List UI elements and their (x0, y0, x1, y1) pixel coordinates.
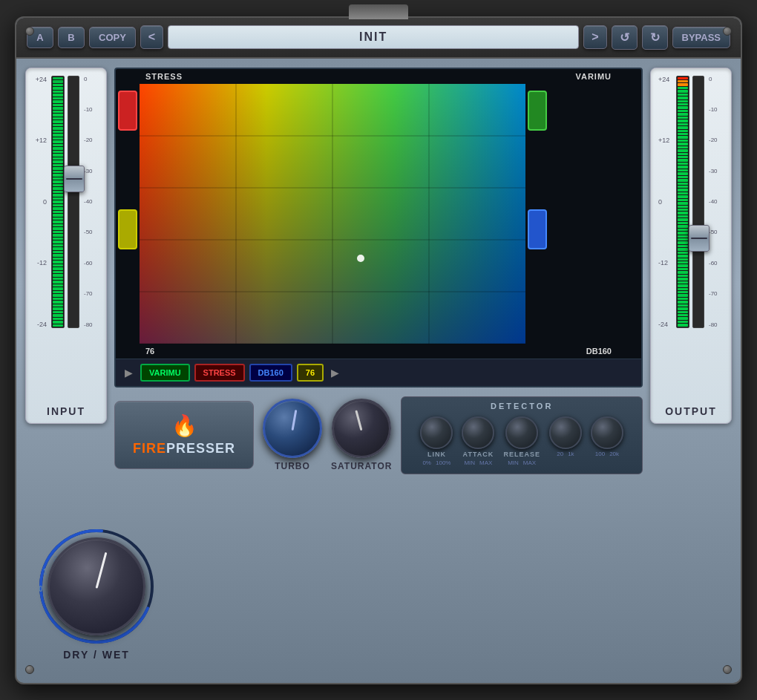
input-vu-meter (51, 76, 65, 328)
redo-button[interactable]: ↻ (642, 25, 668, 50)
viz-labels-bottom: 76 DB160 (116, 347, 641, 356)
bottom-right-label: DB160 (586, 347, 612, 356)
screw-bottom-right (723, 665, 732, 674)
dry-wet-knob[interactable] (47, 537, 145, 635)
modes-next-button[interactable]: ▶ (328, 365, 342, 380)
release-label: RELEASE (503, 451, 540, 458)
saturator-section: SATURATOR (331, 399, 392, 471)
svg-rect-13 (528, 210, 546, 249)
top-clip (349, 4, 408, 19)
logo-icon: 🔥 (133, 413, 235, 438)
copy-button[interactable]: COPY (89, 27, 136, 48)
release-group: RELEASE MIN MAX (503, 416, 540, 466)
freq-high-knob[interactable] (591, 416, 623, 449)
stress-label: STRESS (145, 72, 183, 81)
logo-fire: FIRE (133, 441, 166, 456)
76-mode-button[interactable]: 76 (297, 364, 324, 382)
link-knob[interactable] (420, 416, 453, 449)
screw-top-left (25, 27, 34, 36)
viz-canvas: STRESS VARIMU 76 DB160 (116, 69, 641, 359)
plugin-container: A B COPY < INIT > ↺ ↻ BYPASS +24 +12 0 -… (15, 16, 742, 684)
attack-group: ATTACK MIN MAX (462, 416, 494, 466)
output-vu-meter (676, 76, 689, 328)
input-label: INPUT (47, 405, 85, 417)
toolbar: A B COPY < INIT > ↺ ↻ BYPASS (16, 18, 741, 59)
dry-wet-label: DRY / WET (63, 649, 130, 661)
output-panel: +24 +12 0 -12 -24 (650, 68, 732, 424)
attack-knob[interactable] (462, 416, 494, 449)
bottom-left-label: 76 (145, 347, 154, 356)
link-group: LINK 0% 100% (420, 416, 453, 466)
next-preset-button[interactable]: > (583, 25, 606, 49)
b-button[interactable]: B (58, 27, 85, 48)
output-scale-right: 0 -10 -20 -30 -40 -50 -60 -70 -80 (707, 76, 725, 328)
freq-low-min: 20 (557, 451, 563, 457)
undo-button[interactable]: ↺ (612, 25, 638, 50)
turbo-section: TURBO (263, 399, 322, 471)
freq-high-max: 20k (609, 451, 619, 457)
svg-point-14 (357, 255, 364, 262)
detector-title: DETECTOR (410, 402, 633, 410)
link-label: LINK (427, 451, 446, 458)
release-min: MIN (508, 459, 519, 466)
svg-rect-12 (528, 91, 546, 130)
attack-max: MAX (479, 459, 492, 466)
saturator-label: SATURATOR (331, 461, 392, 471)
detector-controls: LINK 0% 100% ATTACK MIN (410, 416, 633, 466)
input-panel: +24 +12 0 -12 -24 (25, 68, 107, 424)
varimu-mode-button[interactable]: VARIMU (140, 364, 190, 382)
freq-low-max: 1k (568, 451, 574, 457)
varimu-label: VARIMU (575, 72, 612, 81)
bypass-button[interactable]: BYPASS (672, 27, 731, 48)
screw-bottom-left (25, 665, 34, 674)
logo-text: FIREPRESSER (133, 441, 235, 457)
input-fader-handle[interactable] (64, 166, 85, 192)
visualizer-section: STRESS VARIMU 76 DB160 ▶ VARIMU STRESS D… (114, 68, 643, 477)
freq-high-min: 100 (595, 451, 605, 457)
release-max: MAX (523, 459, 536, 466)
output-scale-left: +24 +12 0 -12 -24 (657, 76, 673, 328)
freq-high-group: 100 20k (591, 416, 623, 457)
input-fader-track (68, 76, 79, 328)
detector-section: DETECTOR LINK 0% 100% (401, 396, 643, 474)
input-scale-left: +24 +12 0 -12 -24 (32, 76, 48, 328)
modes-prev-button[interactable]: ▶ (122, 365, 136, 380)
turbo-label: TURBO (275, 461, 310, 471)
stress-mode-button[interactable]: STRESS (194, 364, 245, 382)
screw-top-right (723, 27, 732, 36)
link-range-max: 100% (436, 459, 450, 466)
dry-wet-section: 0 1 2 3 4 5 6 7 8 9 10 DRY / WET (37, 527, 156, 661)
visualizer-container[interactable]: STRESS VARIMU 76 DB160 ▶ VARIMU STRESS D… (114, 68, 643, 387)
logo-presser: PRESSER (166, 441, 235, 456)
freq-low-group: 20 1k (549, 416, 582, 457)
main-content: +24 +12 0 -12 -24 (16, 59, 741, 486)
turbo-knob[interactable] (263, 399, 322, 458)
saturator-knob[interactable] (332, 399, 391, 458)
output-fader-track (692, 76, 704, 328)
svg-rect-10 (119, 91, 137, 130)
freq-low-knob[interactable] (549, 416, 582, 449)
attack-label: ATTACK (463, 451, 494, 458)
dry-wet-knob-wrapper: 0 1 2 3 4 5 6 7 8 9 10 (37, 527, 156, 646)
svg-rect-11 (119, 210, 137, 249)
preset-display: INIT (168, 25, 579, 49)
output-label: OUTPUT (665, 405, 717, 417)
input-scale-right: 0 -10 -20 -30 -40 -50 -60 -70 -80 (82, 76, 100, 328)
viz-labels-top: STRESS VARIMU (116, 72, 641, 81)
db160-mode-button[interactable]: DB160 (249, 364, 292, 382)
release-knob[interactable] (505, 416, 538, 449)
link-range-min: 0% (422, 459, 431, 466)
output-fader-handle[interactable] (689, 225, 710, 252)
prev-preset-button[interactable]: < (140, 25, 163, 49)
logo-section: 🔥 FIREPRESSER (114, 401, 254, 469)
attack-min: MIN (464, 459, 475, 466)
